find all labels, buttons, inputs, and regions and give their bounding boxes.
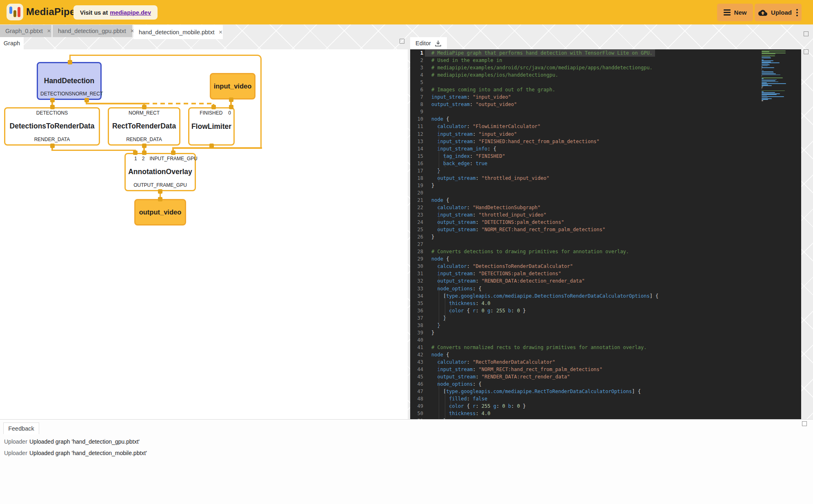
tab-label: hand_detection_mobile.pbtxt (139, 29, 214, 35)
port-0: 0 (228, 110, 231, 116)
pin (158, 189, 162, 194)
pin (68, 60, 72, 64)
close-icon[interactable]: ✕ (47, 28, 51, 34)
visit-badge: Visit us at mediapipe.dev (73, 5, 158, 20)
port-detections: DETECTIONS (36, 110, 68, 116)
feedback-message: Uploaded graph 'hand_detection_gpu.pbtxt… (29, 438, 140, 447)
cloud-upload-icon (758, 9, 767, 16)
pin (50, 98, 55, 102)
node-title: HandDetection (40, 77, 98, 85)
kebab-menu-icon[interactable] (796, 9, 798, 16)
mediapipe-dev-link[interactable]: mediapipe.dev (110, 9, 151, 16)
node-output-video[interactable]: output_video (134, 199, 186, 225)
pin (142, 144, 147, 148)
pin (211, 105, 216, 109)
node-title: AnnotationOverlay (126, 168, 195, 176)
download-icon[interactable] (435, 40, 442, 47)
node-title: input_video (214, 82, 252, 90)
upload-button-label: Upload (771, 9, 792, 16)
pin (133, 150, 138, 155)
tab-hand-detection-gpu-pbtxt[interactable]: hand_detection_gpu.pbtxt ✕ (53, 25, 132, 37)
feedback-panel: Feedback Uploader Uploaded graph 'hand_d… (0, 419, 813, 504)
pin (50, 144, 55, 148)
node-input-video[interactable]: input_video (210, 73, 255, 99)
port-1: 1 (134, 156, 137, 161)
feedback-source: Uploader (4, 450, 29, 458)
edge (51, 150, 136, 151)
feedback-source: Uploader (4, 438, 29, 447)
upload-button[interactable]: Upload (755, 4, 802, 21)
port-norm-rect: NORM_RECT (129, 110, 160, 116)
code-lines: 1# MediaPipe graph that performs hand de… (410, 49, 801, 419)
node-hand-detection[interactable]: HandDetection DETECTIONS NORM_RECT (37, 62, 102, 100)
port-finished: FINISHED (200, 110, 222, 116)
port-detections: DETECTIONS (40, 91, 72, 97)
port-norm-rect: NORM_RECT (72, 91, 103, 97)
pin (142, 150, 147, 155)
feedback-tab-label: Feedback (8, 425, 34, 432)
node-title: output_video (139, 208, 182, 216)
editor-tab-label: Editor (415, 40, 431, 46)
graph-tab-label: Graph (4, 40, 20, 46)
pin (171, 150, 175, 155)
code-editor[interactable]: 1# MediaPipe graph that performs hand de… (410, 49, 801, 419)
port-render-data: RENDER_DATA (34, 137, 70, 142)
tab-graph-panel[interactable]: Graph (0, 37, 24, 49)
node-rect-to-render-data[interactable]: NORM_RECT RectToRenderData RENDER_DATA (108, 107, 180, 146)
pin (229, 97, 233, 102)
new-button-label: New (734, 9, 747, 16)
tab-hand-detection-mobile-pbtxt[interactable]: hand_detection_mobile.pbtxt ✕ (133, 25, 223, 39)
pin (50, 105, 55, 109)
minimap[interactable] (762, 51, 788, 101)
app-title: MediaPipe (26, 6, 76, 18)
pin (158, 197, 162, 201)
header-bar: MediaPipe Visit us at mediapipe.dev New … (0, 0, 813, 24)
feedback-row: Uploader Uploaded graph 'hand_detection_… (4, 450, 147, 458)
tab-label: Graph_0.pbtxt (5, 28, 43, 34)
node-title: RectToRenderData (109, 122, 179, 130)
app-root: MediaPipe Visit us at mediapipe.dev New … (0, 0, 813, 504)
feedback-row: Uploader Uploaded graph 'hand_detection_… (4, 438, 140, 447)
edge-back-edge-dashed (91, 103, 214, 104)
popout-graph-icon[interactable] (400, 39, 404, 44)
port-output-frame-gpu: OUTPUT_FRAME_GPU (133, 182, 187, 188)
popout-editor-icon[interactable] (804, 49, 809, 54)
port-render-data: RENDER_DATA (126, 137, 162, 142)
new-button[interactable]: New (717, 4, 753, 21)
visit-label: Visit us at (80, 9, 108, 16)
edge (173, 147, 262, 149)
graph-canvas[interactable]: HandDetection DETECTIONS NORM_RECT input… (0, 49, 408, 419)
menu-icon (724, 9, 731, 15)
node-detections-to-render-data[interactable]: DETECTIONS DetectionsToRenderData RENDER… (4, 107, 100, 146)
port-2: 2 (142, 156, 145, 161)
feedback-message: Uploaded graph 'hand_detection_mobile.pb… (29, 450, 147, 458)
node-flow-limiter[interactable]: FINISHED 0 FlowLimiter (188, 107, 235, 146)
pin (142, 105, 147, 109)
pin (84, 98, 89, 102)
close-icon[interactable]: ✕ (218, 29, 222, 35)
popout-feedback-icon[interactable] (802, 421, 807, 426)
tab-graph-0-pbtxt[interactable]: Graph_0.pbtxt ✕ (0, 25, 51, 37)
popout-tabs-icon[interactable] (804, 31, 809, 36)
tab-editor-panel[interactable]: Editor (410, 37, 447, 49)
tab-feedback-panel[interactable]: Feedback (3, 422, 39, 434)
node-title: FlowLimiter (189, 122, 233, 131)
mediapipe-logo-icon (7, 4, 23, 20)
pin (229, 105, 233, 109)
tab-label: hand_detection_gpu.pbtxt (58, 28, 126, 34)
port-input-frame-gpu: INPUT_FRAME_GPU (149, 156, 197, 161)
node-title: DetectionsToRenderData (5, 122, 99, 130)
pin (209, 144, 214, 148)
node-annotation-overlay[interactable]: 1 2 INPUT_FRAME_GPU AnnotationOverlay OU… (124, 153, 196, 191)
